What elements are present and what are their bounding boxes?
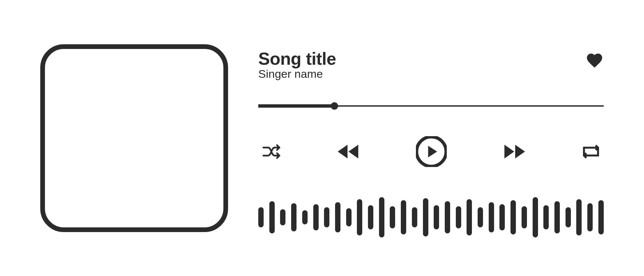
shuffle-button[interactable] [262, 144, 281, 160]
wave-bar [291, 203, 297, 231]
wave-bar [346, 208, 352, 226]
song-title: Song title [258, 49, 336, 69]
waveform [258, 197, 604, 237]
wave-bar [566, 207, 571, 227]
wave-bar [269, 201, 275, 233]
wave-bar [258, 207, 264, 227]
wave-bar [489, 202, 494, 232]
progress-fill [258, 104, 334, 108]
play-button[interactable] [416, 136, 447, 167]
shuffle-icon [262, 144, 281, 160]
forward-icon [502, 144, 526, 160]
wave-bar [456, 206, 461, 228]
wave-bar [511, 200, 516, 234]
wave-bar [576, 199, 582, 235]
play-icon [416, 136, 447, 167]
wave-bar [543, 205, 549, 229]
wave-bar [554, 201, 560, 233]
wave-bar [390, 206, 395, 228]
progress-bar[interactable] [258, 103, 604, 109]
wave-bar [280, 209, 285, 225]
wave-bar [412, 207, 417, 227]
wave-bar [423, 198, 428, 236]
rewind-button[interactable] [337, 144, 360, 160]
wave-bar [379, 197, 384, 237]
wave-bar [587, 203, 593, 231]
wave-bar [357, 199, 362, 235]
wave-bar [533, 197, 538, 237]
singer-name: Singer name [258, 67, 336, 80]
wave-bar [445, 201, 450, 233]
wave-bar [368, 205, 373, 229]
wave-bar [598, 200, 604, 234]
title-block: Song title Singer name [258, 49, 336, 80]
album-art-placeholder [40, 44, 228, 232]
repeat-button[interactable] [582, 144, 600, 159]
progress-thumb[interactable] [331, 102, 338, 110]
playback-controls [258, 136, 604, 167]
player-panel: Song title Singer name [258, 39, 604, 237]
wave-bar [434, 205, 439, 229]
heart-icon[interactable] [585, 51, 604, 69]
wave-bar [522, 206, 527, 228]
wave-bar [324, 207, 329, 227]
forward-button[interactable] [502, 144, 526, 160]
wave-bar [401, 200, 406, 234]
title-row: Song title Singer name [258, 49, 604, 80]
wave-bar [335, 202, 340, 232]
progress-track [258, 105, 604, 107]
wave-bar [467, 199, 472, 235]
rewind-icon [337, 144, 360, 160]
wave-bar [499, 204, 505, 230]
wave-bar [302, 210, 308, 224]
wave-bar [478, 207, 483, 227]
repeat-icon [582, 144, 600, 159]
wave-bar [313, 204, 319, 230]
